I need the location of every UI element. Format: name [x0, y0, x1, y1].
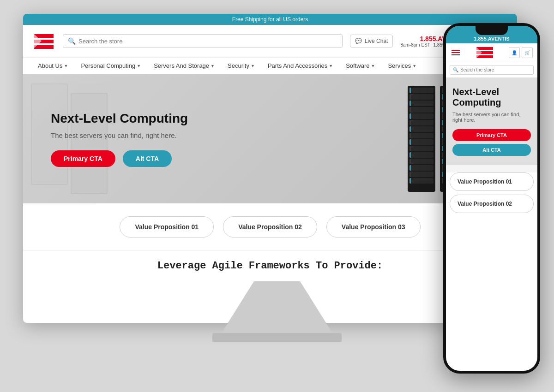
- phone-search-bar[interactable]: 🔍: [450, 65, 534, 75]
- chevron-down-icon: ▼: [64, 64, 68, 68]
- hero-content: Next-Level Computing The best servers yo…: [23, 93, 216, 185]
- hero-subtitle: The best servers you can find, right her…: [51, 131, 188, 139]
- phone-cart-icon: 🛒: [524, 50, 530, 55]
- scene: Free Shipping for all US orders 🔍 💬 Liv: [0, 0, 554, 392]
- live-chat-label: Live Chat: [365, 38, 388, 44]
- value-prop-3[interactable]: Value Proposition 03: [326, 216, 421, 238]
- chevron-down-icon: ▼: [329, 64, 333, 68]
- phone-cart-button[interactable]: 🛒: [522, 47, 533, 58]
- phone-hero-subtitle: The best servers you can find, right her…: [452, 112, 531, 123]
- phone-notch: [476, 26, 508, 35]
- chevron-down-icon: ▼: [251, 64, 255, 68]
- phone-search-input[interactable]: [460, 67, 530, 72]
- chevron-down-icon: ▼: [412, 64, 416, 68]
- svg-rect-7: [476, 55, 493, 58]
- nav-item-services[interactable]: Services ▼: [382, 58, 422, 74]
- primary-cta-button[interactable]: Primary CTA: [51, 150, 115, 167]
- search-icon: 🔍: [68, 37, 76, 45]
- nav-item-security[interactable]: Security ▼: [222, 58, 260, 74]
- chevron-down-icon: ▼: [371, 64, 375, 68]
- search-bar[interactable]: 🔍: [63, 34, 343, 48]
- chat-icon: 💬: [355, 38, 362, 44]
- chevron-down-icon: ▼: [137, 64, 141, 68]
- alt-cta-button[interactable]: Alt CTA: [123, 150, 172, 167]
- nav-item-software[interactable]: Software ▼: [340, 58, 380, 74]
- mobile-phone: 1.855.AVENTIS 👤: [443, 23, 540, 374]
- hamburger-menu-button[interactable]: [451, 49, 461, 56]
- phone-hero-title: Next-Level Computing: [452, 87, 531, 108]
- phone-primary-cta-button[interactable]: Primary CTA: [452, 129, 531, 141]
- site-logo[interactable]: [32, 30, 55, 53]
- live-chat-button[interactable]: 💬 Live Chat: [350, 35, 393, 48]
- server-rack-1: [408, 86, 435, 192]
- nav-item-parts[interactable]: Parts And Accessories ▼: [262, 58, 338, 74]
- leverage-title: Leverage Agile Frameworks To Provide:: [42, 260, 499, 272]
- phone-alt-cta-button[interactable]: Alt CTA: [452, 144, 531, 156]
- hero-title: Next-Level Computing: [51, 111, 188, 126]
- monitor-base: [212, 333, 342, 342]
- svg-rect-5: [476, 47, 493, 50]
- value-prop-1[interactable]: Value Proposition 01: [120, 216, 214, 238]
- phone-header-icons: 👤 🛒: [509, 47, 533, 58]
- hero-buttons: Primary CTA Alt CTA: [51, 150, 188, 167]
- phone-account-icon: 👤: [512, 50, 517, 55]
- phone-header: 👤 🛒: [446, 43, 537, 62]
- value-prop-2[interactable]: Value Proposition 02: [223, 216, 317, 238]
- phone-account-button[interactable]: 👤: [509, 47, 520, 58]
- phone-spacer: [446, 165, 537, 172]
- chevron-down-icon: ▼: [211, 64, 215, 68]
- nav-item-about[interactable]: About Us ▼: [32, 58, 73, 74]
- announcement-text: Free Shipping for all US orders: [232, 16, 308, 23]
- phone-value-prop-2[interactable]: Value Proposition 02: [450, 195, 534, 213]
- phone-hero-section: Next-Level Computing The best servers yo…: [446, 77, 537, 165]
- svg-rect-3: [34, 45, 54, 49]
- phone-logo[interactable]: [476, 46, 493, 59]
- phone-value-prop-1[interactable]: Value Proposition 01: [450, 172, 534, 191]
- announcement-bar: Free Shipping for all US orders: [23, 14, 517, 25]
- search-input[interactable]: [78, 38, 337, 45]
- phone-content: 1.855.AVENTIS 👤: [446, 26, 537, 371]
- phone-search-icon: 🔍: [453, 67, 458, 72]
- nav-item-personal-computing[interactable]: Personal Computing ▼: [75, 58, 146, 74]
- phone-brand-label: 1.855.AVENTIS: [474, 36, 509, 42]
- nav-item-servers[interactable]: Servers And Storage ▼: [148, 58, 220, 74]
